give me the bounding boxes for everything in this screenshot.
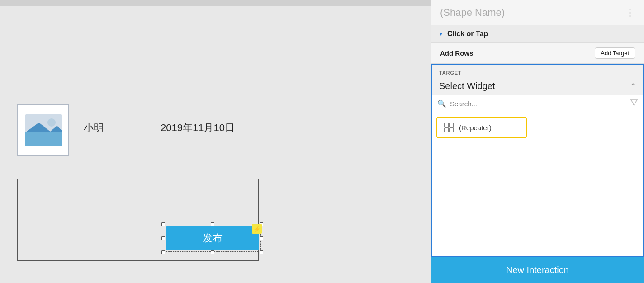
select-widget-label: Select Widget [439, 81, 495, 91]
chevron-up-icon: ⌃ [630, 82, 636, 90]
add-target-button[interactable]: Add Target [595, 47, 635, 59]
filter-icon[interactable] [630, 99, 638, 108]
image-placeholder [17, 104, 69, 156]
add-rows-row: Add Rows Add Target [431, 43, 644, 64]
svg-point-3 [47, 118, 56, 127]
search-icon: 🔍 [437, 99, 446, 108]
svg-rect-7 [450, 128, 454, 132]
right-panel: (Shape Name) ⋮ ▼ Click or Tap Add Rows A… [431, 0, 644, 283]
interaction-header: ▼ Click or Tap [431, 25, 644, 43]
widget-list: (Repeater) [432, 112, 643, 256]
search-row: 🔍 [432, 95, 643, 112]
interaction-title: Click or Tap [447, 30, 488, 38]
repeater-widget-label: (Repeater) [459, 124, 492, 132]
toggle-icon[interactable]: ▼ [438, 31, 444, 37]
target-label-row: TARGET [432, 65, 643, 78]
repeater-widget-item[interactable]: (Repeater) [436, 117, 527, 138]
svg-rect-6 [445, 128, 449, 132]
search-input[interactable] [450, 100, 627, 108]
fabu-button[interactable]: 发布 [166, 226, 259, 250]
add-rows-label: Add Rows [440, 49, 473, 57]
canvas-topbar [0, 0, 431, 6]
svg-rect-5 [450, 123, 454, 127]
handle-tm[interactable] [211, 222, 214, 226]
target-label: TARGET [439, 70, 462, 75]
svg-rect-4 [445, 123, 449, 127]
select-widget-row[interactable]: Select Widget ⌃ [432, 78, 643, 95]
repeater-icon [444, 122, 455, 133]
interaction-section: ▼ Click or Tap Add Rows Add Target [431, 25, 644, 64]
lightning-badge: ⚡ [252, 224, 262, 234]
panel-title: (Shape Name) [440, 7, 505, 19]
handle-ml[interactable] [161, 236, 165, 240]
panel-header: (Shape Name) ⋮ [431, 0, 644, 25]
handle-mr[interactable] [260, 236, 263, 240]
handle-bl[interactable] [161, 250, 165, 254]
svg-rect-1 [25, 132, 62, 146]
dropdown-panel: TARGET Select Widget ⌃ 🔍 [431, 64, 644, 257]
handle-br[interactable] [260, 250, 263, 254]
new-interaction-button[interactable]: New Interaction [431, 257, 644, 283]
more-options-icon[interactable]: ⋮ [625, 7, 635, 19]
selection-box: ⚡ 发布 [164, 225, 261, 252]
handle-bm[interactable] [211, 250, 214, 254]
canvas-area: 小明 2019年11月10日 ⚡ 发布 [0, 0, 431, 283]
name-label: 小明 [84, 121, 104, 135]
handle-tl[interactable] [161, 222, 165, 226]
date-label: 2019年11月10日 [161, 121, 235, 135]
